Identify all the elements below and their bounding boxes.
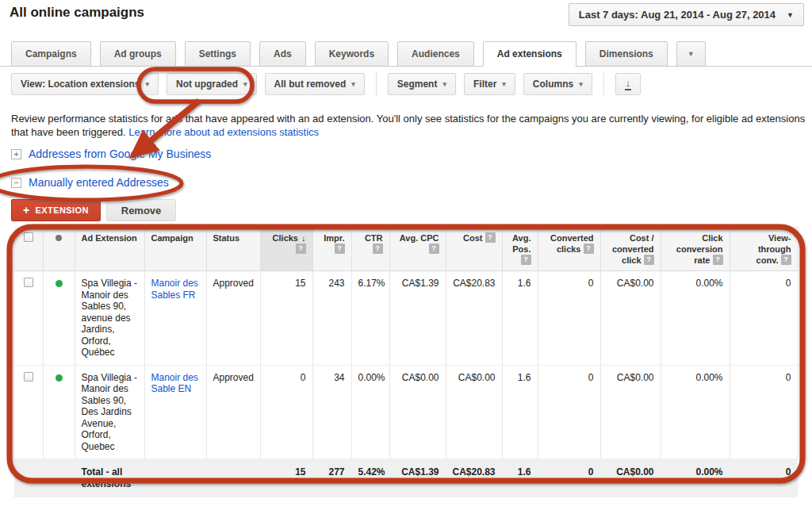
help-icon[interactable]: ?	[335, 244, 345, 254]
help-icon[interactable]: ?	[485, 232, 496, 243]
help-icon[interactable]: ?	[296, 244, 306, 254]
chevron-down-icon: ▾	[243, 80, 247, 88]
chevron-down-icon: ▾	[579, 80, 583, 88]
total-avg-pos: 1.6	[502, 459, 538, 498]
tab-ads[interactable]: Ads	[259, 41, 306, 67]
extensions-table: Ad Extension Campaign Status Clicks↓? Im…	[14, 226, 798, 497]
expand-icon[interactable]: +	[11, 149, 21, 159]
column-header-campaign[interactable]: Campaign	[144, 226, 206, 271]
add-extension-button[interactable]: + EXTENSION	[11, 199, 101, 221]
total-label: Total - all extensions	[75, 459, 144, 498]
column-header-click-conversion-rate[interactable]: Click conversion rate?	[661, 226, 730, 271]
filter-button[interactable]: Filter ▾	[464, 73, 515, 95]
tab-settings[interactable]: Settings	[185, 41, 251, 67]
gmb-addresses-link[interactable]: Addresses from Google My Business	[29, 148, 211, 160]
row-checkbox[interactable]	[24, 372, 33, 382]
cost-cell: CA$20.83	[446, 271, 502, 366]
description-text: Review performance statistics for ads th…	[11, 112, 806, 139]
tab-campaigns[interactable]: Campaigns	[11, 41, 91, 67]
collapse-icon[interactable]: −	[11, 178, 21, 188]
removed-filter-button[interactable]: All but removed ▾	[265, 73, 365, 95]
tab-ad-groups[interactable]: Ad groups	[100, 41, 176, 67]
status-dot-header	[43, 226, 75, 271]
total-avg-cpc: CA$1.39	[389, 459, 446, 498]
help-icon[interactable]: ?	[644, 255, 654, 265]
date-range-label: Last 7 days: Aug 21, 2014 - Aug 27, 2014	[579, 9, 776, 21]
column-header-cost-per-converted-click[interactable]: Cost / converted click?	[600, 226, 661, 271]
total-converted-clicks: 0	[538, 459, 600, 498]
campaign-link[interactable]: Manoir des Sable EN	[151, 372, 198, 395]
view-through-conv-cell: 0	[730, 271, 798, 366]
column-header-cost[interactable]: Cost?	[446, 226, 502, 271]
table-row: Spa Villegia - Manoir des Sables 90, Des…	[14, 365, 798, 459]
column-header-ad-extension[interactable]: Ad Extension	[75, 226, 144, 271]
section-manually-entered: − Manually entered Addresses	[11, 176, 169, 189]
converted-clicks-cell: 0	[538, 271, 600, 366]
column-header-status[interactable]: Status	[206, 226, 260, 271]
column-header-avg-cpc[interactable]: Avg. CPC?	[389, 226, 446, 271]
manual-addresses-link[interactable]: Manually entered Addresses	[29, 176, 169, 189]
column-header-view-through-conv[interactable]: View-through conv.?	[730, 226, 798, 271]
column-header-avg-pos[interactable]: Avg. Pos.?	[502, 226, 538, 271]
chevron-down-icon: ▾	[442, 80, 446, 88]
column-header-impressions[interactable]: Impr.?	[312, 226, 351, 271]
select-all-header	[14, 226, 43, 271]
column-header-ctr[interactable]: CTR?	[351, 226, 389, 271]
help-icon[interactable]: ?	[429, 244, 439, 254]
help-icon[interactable]: ?	[713, 255, 723, 265]
total-cost-per-converted-click: CA$0.00	[600, 459, 661, 498]
more-tabs-button[interactable]: ▼	[676, 41, 706, 67]
page-title: All online campaigns	[10, 5, 144, 21]
chevron-down-icon: ▾	[351, 80, 355, 88]
segment-button[interactable]: Segment ▾	[388, 73, 456, 95]
total-ctr: 5.42%	[351, 459, 389, 498]
avg-pos-cell: 1.6	[502, 271, 538, 366]
column-header-converted-clicks[interactable]: Converted clicks?	[538, 226, 600, 271]
download-button[interactable]: ↓	[615, 73, 642, 95]
total-view-through-conv: 0	[730, 459, 798, 498]
cost-per-converted-click-cell: CA$0.00	[600, 271, 661, 366]
toolbar-separator	[603, 73, 604, 95]
table-toolbar: View: Location extensions ▾ Not upgraded…	[11, 73, 641, 95]
help-icon[interactable]: ?	[781, 255, 791, 265]
sort-descending-icon: ↓	[301, 233, 306, 243]
column-header-clicks[interactable]: Clicks↓?	[260, 226, 312, 271]
ctr-cell: 0.00%	[351, 365, 389, 459]
learn-more-link[interactable]: Learn more about ad extensions statistic…	[128, 126, 319, 138]
tabbar: Campaigns Ad groups Settings Ads Keyword…	[11, 41, 706, 67]
status-cell: Approved	[206, 365, 260, 459]
campaign-link[interactable]: Manoir des Sables FR	[151, 278, 198, 301]
table-actions: + EXTENSION Remove	[11, 199, 176, 221]
tab-dimensions[interactable]: Dimensions	[585, 41, 668, 67]
view-selector-button[interactable]: View: Location extensions ▾	[11, 73, 159, 95]
click-conversion-rate-cell: 0.00%	[661, 365, 730, 459]
status-cell: Approved	[206, 271, 260, 366]
clicks-cell: 0	[260, 365, 312, 459]
section-google-my-business: + Addresses from Google My Business	[11, 148, 211, 160]
tab-keywords[interactable]: Keywords	[315, 41, 389, 67]
tab-ad-extensions[interactable]: Ad extensions	[483, 41, 576, 67]
select-all-checkbox[interactable]	[24, 232, 33, 242]
remove-button[interactable]: Remove	[106, 199, 177, 221]
chevron-down-icon: ▾	[145, 80, 149, 88]
help-icon[interactable]: ?	[584, 244, 594, 254]
avg-pos-cell: 1.6	[502, 365, 538, 459]
clicks-cell: 15	[260, 271, 312, 366]
status-enabled-dot	[56, 374, 63, 382]
chevron-down-icon: ▼	[787, 11, 794, 19]
date-range-selector[interactable]: Last 7 days: Aug 21, 2014 - Aug 27, 2014…	[569, 3, 804, 26]
columns-button[interactable]: Columns ▾	[523, 73, 592, 95]
converted-clicks-cell: 0	[538, 365, 600, 459]
status-dot-icon	[56, 235, 62, 241]
avg-cpc-cell: CA$0.00	[389, 365, 446, 459]
row-checkbox[interactable]	[24, 278, 33, 287]
help-icon[interactable]: ?	[521, 255, 531, 265]
status-enabled-dot	[56, 280, 63, 287]
ad-extension-cell: Spa Villegia - Manoir des Sables 90, Des…	[75, 365, 144, 459]
plus-icon: +	[23, 204, 30, 217]
tab-audiences[interactable]: Audiences	[397, 41, 474, 67]
chevron-down-icon: ▾	[502, 80, 506, 88]
upgrade-filter-button[interactable]: Not upgraded ▾	[167, 73, 257, 95]
help-icon[interactable]: ?	[373, 244, 383, 254]
table-row: Spa Villegia - Manoir des Sables 90, ave…	[14, 271, 798, 366]
